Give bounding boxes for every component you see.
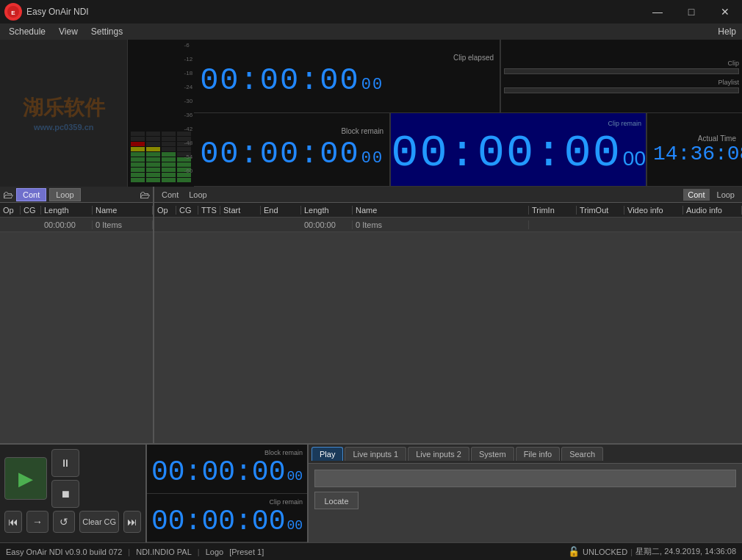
tab-file-info[interactable]: File info — [516, 447, 561, 461]
left-table-body: 00:00:00 0 Items — [0, 218, 153, 466]
playlist-label: Playlist — [504, 79, 739, 86]
left-folder-icon[interactable]: 🗁 — [3, 189, 13, 201]
block-remain-panel: Block remain 00:00:00 00 — [194, 113, 390, 186]
titlebar: E Easy OnAir NDI — □ ✕ — [0, 0, 742, 24]
menu-help[interactable]: Help — [712, 25, 742, 38]
repeat-button[interactable]: ↺ — [53, 511, 75, 533]
maximize-button[interactable]: □ — [674, 0, 708, 24]
tabs-bar: Play Live inputs 1 Live inputs 2 System … — [309, 445, 742, 464]
menu-settings[interactable]: Settings — [85, 25, 129, 38]
right-col-end: End — [261, 206, 301, 215]
clip-elapsed-time: 00:00:00 — [200, 63, 360, 98]
pause-button[interactable]: ⏸ — [51, 449, 79, 477]
right-col-name: Name — [353, 206, 529, 215]
status-logo: Logo — [206, 548, 223, 556]
locate-button[interactable]: Locate — [314, 492, 359, 509]
tab-search[interactable]: Search — [561, 447, 603, 461]
tab-live-inputs-1[interactable]: Live inputs 1 — [345, 447, 406, 461]
left-tab-cont[interactable]: Cont — [16, 188, 46, 201]
left-table-row[interactable]: 00:00:00 0 Items — [0, 218, 153, 232]
right-tab-cont[interactable]: Cont — [157, 189, 183, 201]
tab-system[interactable]: System — [471, 447, 514, 461]
bottom-block-remain-label: Block remain — [151, 449, 303, 456]
playlist-progress-bar — [504, 87, 739, 93]
status-sep-2: | — [198, 548, 200, 556]
skip-fwd-button[interactable]: ⏭ — [123, 511, 141, 533]
menu-view[interactable]: View — [53, 25, 84, 38]
right-tab-loop-right[interactable]: Loop — [713, 189, 739, 201]
app-logo: E — [4, 3, 22, 21]
stop-button[interactable]: ⏹ — [51, 480, 79, 508]
right-panel: Play Live inputs 1 Live inputs 2 System … — [309, 445, 742, 542]
left-col-op: Op — [0, 206, 21, 215]
block-remain-display: 00:00:00 00 — [200, 137, 383, 172]
titlebar-controls: — □ ✕ — [641, 0, 742, 24]
right-col-op: Op — [154, 206, 176, 215]
minimize-button[interactable]: — — [641, 0, 674, 24]
status-unlock: 🔓 UNLOCKED | 星期二, 24.9.2019, 14:36:08 — [568, 546, 736, 557]
right-col-cg: CG — [176, 206, 198, 215]
right-playlist: Cont Loop Cont Loop Op CG TTS Start End … — [154, 187, 742, 466]
clip-elapsed-label: Clip elapsed — [200, 54, 494, 62]
vu-col-1 — [131, 132, 145, 182]
right-col-audinfo: Audio info — [683, 206, 742, 215]
status-sep-1: | — [128, 548, 130, 556]
bottom-section: ▶ ⏸ ⏹ ⏮ → ↺ Clear CG ⏭ Block remain 00:0… — [0, 443, 742, 542]
transport-row-1: ▶ ⏸ ⏹ — [4, 449, 141, 508]
right-table-body: 00:00:00 0 Items — [154, 218, 742, 466]
logo-area: 湖乐软件 www.pc0359.cn — [0, 40, 128, 187]
right-tab-loop[interactable]: Loop — [184, 189, 211, 201]
bottom-block-remain-panel: Block remain 00:00:00 00 — [147, 445, 307, 494]
close-button[interactable]: ✕ — [708, 0, 742, 24]
clip-progress-panel: Clip Playlist — [500, 40, 742, 112]
titlebar-title: Easy OnAir NDI — [26, 7, 89, 17]
clip-remain-large-label: Clip remain — [391, 120, 646, 127]
left-col-name: Name — [93, 206, 153, 215]
tab-live-inputs-2[interactable]: Live inputs 2 — [408, 447, 469, 461]
top-section: 湖乐软件 www.pc0359.cn -6 -12 -18 -24 -30 -3… — [0, 40, 742, 187]
clip-elapsed-frames: 00 — [361, 76, 383, 94]
right-col-vidinfo: Video info — [624, 206, 683, 215]
vu-col-2 — [146, 132, 160, 182]
left-tab-loop[interactable]: Loop — [49, 188, 80, 201]
left-col-length: Length — [41, 206, 93, 215]
bottom-clip-remain-display: 00:00:00 00 — [151, 506, 303, 537]
status-app-info: Easy OnAir NDI v0.9.0 build 072 — [6, 548, 122, 556]
left-row-name: 0 Items — [93, 220, 153, 229]
lock-status: UNLOCKED — [583, 548, 627, 556]
clip-remain-large-display: 00:00:00 00 — [391, 127, 646, 179]
clip-remain-large-frames: 00 — [623, 147, 646, 170]
actual-time-label: Actual Time — [653, 134, 736, 143]
search-input[interactable] — [314, 470, 736, 487]
left-folder-right-icon[interactable]: 🗁 — [140, 189, 150, 201]
right-table-header: Op CG TTS Start End Length Name TrimIn T… — [154, 203, 742, 218]
clear-cg-button[interactable]: Clear CG — [79, 511, 119, 533]
right-row-name: 0 Items — [353, 220, 529, 229]
lock-icon: 🔓 — [568, 546, 580, 557]
bottom-clip-remain-frames: 00 — [287, 518, 303, 533]
tab-content: Locate — [309, 464, 742, 542]
play-button[interactable]: ▶ — [4, 457, 47, 500]
block-timecodes: Block remain 00:00:00 00 Clip remain 00:… — [147, 445, 309, 542]
right-tab-cont-right[interactable]: Cont — [683, 189, 709, 201]
block-remain-time: 00:00:00 — [200, 137, 360, 172]
vu-scale: -6 -12 -18 -24 -30 -36 -42 -48 -54 -60 — [184, 43, 193, 174]
left-table-header: Op CG Length Name — [0, 203, 153, 218]
right-col-trimin: TrimIn — [529, 206, 577, 215]
actual-time-display: 14:36:08 — [653, 143, 736, 165]
block-remain-row: Block remain 00:00:00 00 Clip remain 00:… — [194, 113, 742, 187]
skip-back-button[interactable]: ⏮ — [4, 511, 22, 533]
right-tabs-right: Cont Loop — [683, 189, 742, 201]
right-table-row[interactable]: 00:00:00 0 Items — [154, 218, 742, 232]
menu-schedule[interactable]: Schedule — [3, 25, 51, 38]
actual-time-panel: Actual Time 14:36:08 — [646, 113, 742, 186]
tab-play[interactable]: Play — [311, 447, 343, 461]
block-remain-frames: 00 — [361, 149, 383, 168]
vu-col-3 — [162, 132, 176, 182]
next-button[interactable]: → — [26, 511, 48, 533]
clip-remain-large-time: 00:00:00 — [391, 127, 622, 179]
clip-elapsed-panel: Clip elapsed 00:00:00 00 — [194, 40, 500, 112]
bottom-block-remain-frames: 00 — [287, 469, 303, 484]
status-preset: [Preset 1] — [229, 548, 264, 556]
bottom-clip-remain-label: Clip remain — [151, 498, 303, 506]
